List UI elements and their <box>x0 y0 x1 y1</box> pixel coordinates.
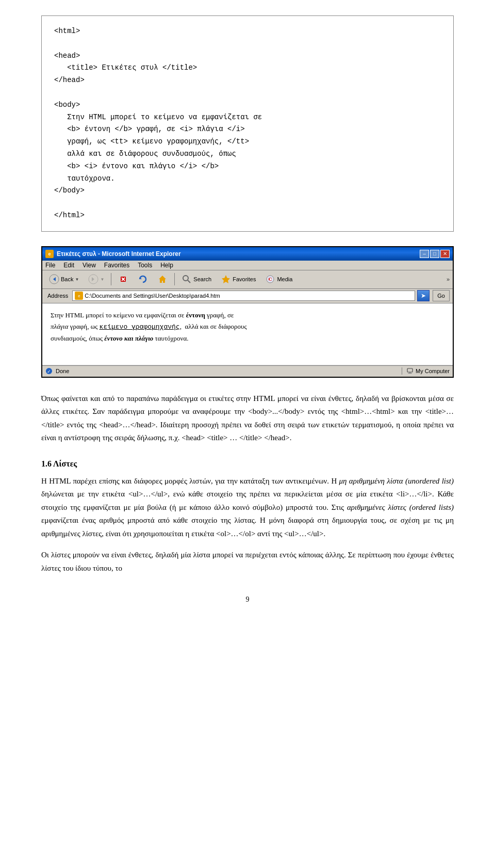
ie-menu-edit[interactable]: Edit <box>63 262 74 269</box>
code-line: <b> <i> έντονο και πλάγιο </i> </b> <box>54 160 441 173</box>
ie-back-chevron: ▼ <box>75 277 79 282</box>
svg-point-9 <box>183 276 188 281</box>
ie-status-right: My Computer <box>402 367 450 375</box>
ie-minimize-button[interactable]: – <box>420 250 429 258</box>
ie-toolbar-sep1 <box>111 273 111 285</box>
code-line: αλλά και σε διάφορους συνδυασμούς, όπως <box>54 148 441 160</box>
body-paragraph-2: Η HTML παρέχει επίσης και διάφορες μορφέ… <box>41 475 454 541</box>
ie-titlebar-left: e Ετικέτες στυλ - Microsoft Internet Exp… <box>45 250 181 258</box>
ie-back-icon <box>49 274 59 284</box>
code-line: <b> έντονη </b> γραφή, σε <i> πλάγια </i… <box>54 123 441 136</box>
ie-status-text: Done <box>56 368 69 374</box>
ie-window: e Ετικέτες στυλ - Microsoft Internet Exp… <box>41 246 454 378</box>
ie-back-button[interactable]: Back ▼ <box>45 272 82 286</box>
ie-computer-icon <box>406 367 414 375</box>
code-line <box>54 87 441 99</box>
ie-statusbar: ✓ Done My Computer <box>42 365 453 377</box>
code-line: </head> <box>54 74 441 87</box>
ie-bold-text: έντονη <box>186 311 205 319</box>
ie-close-button[interactable]: ✕ <box>440 250 450 258</box>
ie-stop-button[interactable] <box>114 272 132 286</box>
ie-menu-favorites[interactable]: Favorites <box>104 262 129 269</box>
ie-menubar: File Edit View Favorites Tools Help <box>42 261 453 270</box>
body-paragraph-1: Όπως φαίνεται και από το παραπάνω παράδε… <box>41 392 454 445</box>
ie-menu-tools[interactable]: Tools <box>138 262 152 269</box>
code-line: <head> <box>54 50 441 62</box>
ie-titlebar-buttons: – □ ✕ <box>420 250 450 258</box>
code-line: γραφή, ως <tt> κείμενο γραφομηχανής, </t… <box>54 136 441 148</box>
ie-address-field[interactable]: e C:\Documents and Settings\User\Desktop… <box>72 291 415 301</box>
ie-forward-icon <box>88 274 98 284</box>
ie-search-label: Search <box>193 276 211 282</box>
ie-back-label: Back <box>61 276 73 282</box>
ie-favorites-button[interactable]: Favorites <box>217 272 259 286</box>
ie-italic-text: πλάγια <box>51 323 69 330</box>
ie-address-value: C:\Documents and Settings\User\Desktop\p… <box>85 293 220 299</box>
svg-line-10 <box>188 280 190 283</box>
code-line: ταυτόχρονα. <box>54 173 441 185</box>
ie-menu-file[interactable]: File <box>45 262 55 269</box>
code-line: <html> <box>54 25 441 38</box>
ie-computer-label: My Computer <box>416 368 450 374</box>
ie-media-label: Media <box>277 276 292 282</box>
ie-tt-text: κείμενο γραφομηχανής <box>100 323 180 331</box>
ie-home-icon <box>157 274 168 284</box>
code-box: <html> <head> <title> Ετικέτες στυλ </ti… <box>41 15 454 232</box>
svg-marker-8 <box>159 276 166 283</box>
ie-address-label: Address <box>45 293 70 299</box>
ie-more-button[interactable]: » <box>447 276 450 282</box>
svg-rect-18 <box>409 372 411 373</box>
svg-text:✓: ✓ <box>47 369 51 374</box>
ie-address-go-arrow[interactable]: ➤ <box>417 290 430 301</box>
ie-maximize-button[interactable]: □ <box>430 250 439 258</box>
ie-address-bar: Address e C:\Documents and Settings\User… <box>42 289 453 303</box>
ie-address-icon: e <box>75 292 83 300</box>
ie-forward-button[interactable]: ▼ <box>85 272 108 286</box>
svg-rect-17 <box>407 368 412 372</box>
ie-go-button[interactable]: Go <box>433 290 450 301</box>
ie-done-icon: ✓ <box>45 367 53 375</box>
code-line <box>54 197 441 210</box>
ie-menu-help[interactable]: Help <box>160 262 173 269</box>
ie-media-button[interactable]: Media <box>261 272 296 286</box>
code-line: Στην HTML μπορεί το κείμενο να εμφανίζετ… <box>54 111 441 124</box>
ie-status-left: ✓ Done <box>45 367 69 375</box>
ie-content: Στην HTML μπορεί το κείμενο να εμφανίζετ… <box>42 303 453 365</box>
ie-content-text: Στην HTML μπορεί το κείμενο να εμφανίζετ… <box>51 310 444 344</box>
section-heading: 1.6 Λίστες <box>41 459 454 469</box>
ie-refresh-icon <box>138 274 148 284</box>
ie-forward-chevron: ▼ <box>100 277 104 282</box>
code-line: </body> <box>54 185 441 197</box>
ie-title: Ετικέτες στυλ - Microsoft Internet Explo… <box>57 250 181 258</box>
svg-marker-11 <box>222 275 230 283</box>
ie-bold-italic-text: έντονο και πλάγιο <box>104 334 153 342</box>
ie-toolbar-sep2 <box>174 273 175 285</box>
code-line <box>54 38 441 50</box>
body-paragraph-3: Οι λίστες μπορούν να είναι ένθετες, δηλα… <box>41 549 454 575</box>
ie-refresh-button[interactable] <box>134 272 152 286</box>
ie-media-icon <box>265 274 275 284</box>
code-line: <title> Ετικέτες στυλ </title> <box>54 62 441 74</box>
code-line: </html> <box>54 210 441 222</box>
page-number: 9 <box>41 596 454 604</box>
code-line: <body> <box>54 99 441 111</box>
svg-rect-19 <box>408 373 412 374</box>
ie-app-icon: e <box>45 250 54 258</box>
ie-menu-view[interactable]: View <box>82 262 96 269</box>
ie-stop-icon <box>118 274 128 284</box>
ie-search-icon <box>182 274 192 284</box>
ie-titlebar: e Ετικέτες στυλ - Microsoft Internet Exp… <box>42 247 453 261</box>
ie-toolbar: Back ▼ ▼ <box>42 270 453 289</box>
ie-home-button[interactable] <box>154 272 171 286</box>
ie-search-button[interactable]: Search <box>178 272 215 286</box>
ie-favorites-label: Favorites <box>233 276 256 282</box>
ie-star-icon <box>221 274 231 284</box>
